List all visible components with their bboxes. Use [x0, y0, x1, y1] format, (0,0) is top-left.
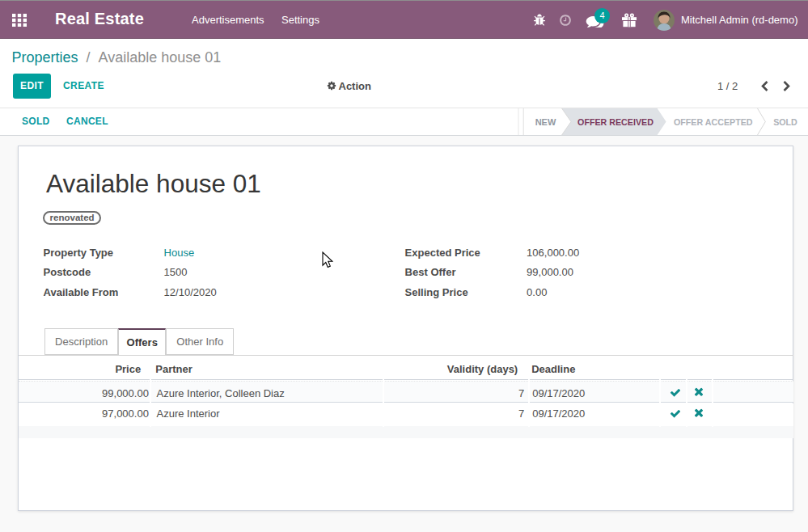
svg-text:SOLD: SOLD [773, 117, 797, 127]
svg-text:OFFER ACCEPTED: OFFER ACCEPTED [674, 117, 753, 127]
svg-text:NEW: NEW [535, 117, 556, 127]
svg-text:OFFER RECEIVED: OFFER RECEIVED [577, 117, 654, 127]
